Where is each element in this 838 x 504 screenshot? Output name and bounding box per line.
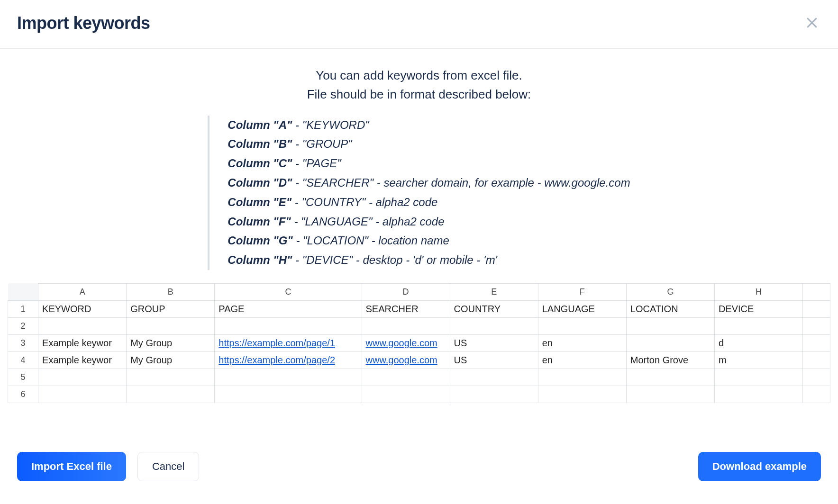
spec-column-label: Column "H" [228,253,292,266]
table-cell [215,317,362,334]
table-cell [714,317,802,334]
table-cell: https://example.com/page/2 [215,351,362,369]
spec-column-label: Column "D" [228,176,292,189]
table-cell-trailing [803,351,830,369]
cell-link[interactable]: www.google.com [366,338,437,348]
table-cell: www.google.com [362,334,450,351]
table-row: 3Example keyworMy Grouphttps://example.c… [8,334,830,351]
intro-text: You can add keywords from excel file. Fi… [307,66,531,104]
table-cell: LANGUAGE [538,300,626,317]
column-letter: G [626,283,714,300]
table-cell [538,369,626,386]
table-cell: GROUP [127,300,215,317]
format-spec-row: Column "D" - "SEARCHER" - searcher domai… [228,173,630,193]
row-number: 4 [8,351,38,369]
table-cell [38,386,127,403]
intro-line2: File should be in format described below… [307,85,531,104]
cell-link[interactable]: https://example.com/page/1 [219,338,335,348]
close-icon [805,24,819,31]
table-cell: Morton Grove [626,351,714,369]
table-cell [450,317,538,334]
row-number: 2 [8,317,38,334]
table-cell: https://example.com/page/1 [215,334,362,351]
import-excel-button[interactable]: Import Excel file [17,452,126,481]
cell-link[interactable]: www.google.com [366,355,437,365]
table-cell [626,334,714,351]
table-cell-trailing [803,317,830,334]
table-cell: en [538,334,626,351]
table-cell: Example keywor [38,351,127,369]
table-cell: KEYWORD [38,300,127,317]
table-row: 5 [8,369,830,386]
table-cell [538,317,626,334]
column-letter: B [127,283,215,300]
table-row: 4Example keyworMy Grouphttps://example.c… [8,351,830,369]
table-cell-trailing [803,300,830,317]
row-number: 5 [8,369,38,386]
table-cell [215,369,362,386]
table-cell [538,386,626,403]
column-letter: D [362,283,450,300]
column-letter: A [38,283,127,300]
table-cell: LOCATION [626,300,714,317]
row-number: 3 [8,334,38,351]
page-title: Import keywords [17,13,150,33]
table-cell [215,386,362,403]
spec-column-desc: - "SEARCHER" - searcher domain, for exam… [292,176,630,189]
table-cell [362,317,450,334]
spec-column-label: Column "E" [228,196,291,208]
row-number: 1 [8,300,38,317]
format-spec-row: Column "F" - "LANGUAGE" - alpha2 code [228,212,630,232]
spec-column-label: Column "F" [228,215,291,228]
table-cell [626,386,714,403]
download-example-button[interactable]: Download example [698,452,821,481]
table-cell: SEARCHER [362,300,450,317]
table-cell [450,386,538,403]
table-cell: US [450,351,538,369]
table-cell: COUNTRY [450,300,538,317]
spec-column-desc: - "PAGE" [292,157,341,170]
table-cell: My Group [127,334,215,351]
table-row: 1KEYWORDGROUPPAGESEARCHERCOUNTRYLANGUAGE… [8,300,830,317]
table-cell [362,386,450,403]
table-cell: www.google.com [362,351,450,369]
format-spec: Column "A" - "KEYWORD"Column "B" - "GROU… [208,116,630,270]
modal-body: You can add keywords from excel file. Fi… [0,49,838,432]
spec-column-desc: - "KEYWORD" [292,118,369,131]
table-row: 2 [8,317,830,334]
spec-column-desc: - "DEVICE" - desktop - 'd' or mobile - '… [292,253,497,266]
table-cell [626,369,714,386]
column-letter-row: ABCDEFGH [8,283,830,300]
spec-column-desc: - "LOCATION" - location name [293,234,449,247]
table-cell: Example keywor [38,334,127,351]
example-table: ABCDEFGH1KEYWORDGROUPPAGESEARCHERCOUNTRY… [8,283,830,403]
column-letter: C [215,283,362,300]
table-cell [127,386,215,403]
table-cell: en [538,351,626,369]
footer-left-actions: Import Excel file Cancel [17,452,199,481]
table-row: 6 [8,386,830,403]
spec-column-desc: - "GROUP" [292,137,352,150]
column-letter: E [450,283,538,300]
format-spec-row: Column "H" - "DEVICE" - desktop - 'd' or… [228,251,630,270]
table-cell: d [714,334,802,351]
corner-cell [8,283,38,300]
table-cell: m [714,351,802,369]
format-spec-row: Column "C" - "PAGE" [228,154,630,173]
table-cell [127,369,215,386]
column-letter: H [714,283,802,300]
table-cell [714,386,802,403]
spec-column-label: Column "G" [228,234,292,247]
close-button[interactable] [803,14,821,33]
table-cell [714,369,802,386]
cell-link[interactable]: https://example.com/page/2 [219,355,335,365]
table-cell-trailing [803,386,830,403]
row-number: 6 [8,386,38,403]
table-cell: My Group [127,351,215,369]
spec-column-desc: - "LANGUAGE" - alpha2 code [291,215,445,228]
spec-column-label: Column "B" [228,137,292,150]
modal-footer: Import Excel file Cancel Download exampl… [0,432,838,504]
format-spec-row: Column "B" - "GROUP" [228,135,630,154]
cancel-button[interactable]: Cancel [137,452,199,481]
format-spec-row: Column "A" - "KEYWORD" [228,116,630,135]
